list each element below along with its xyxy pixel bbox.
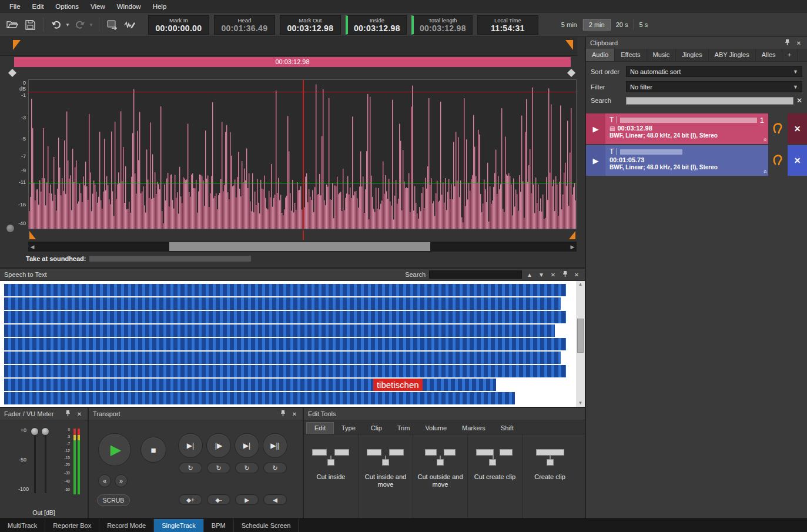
search-prev-icon[interactable]: ▲ bbox=[525, 272, 534, 278]
close-icon[interactable]: ✕ bbox=[290, 411, 299, 417]
zoom-2min-button[interactable]: 2 min bbox=[583, 19, 611, 31]
tab-type[interactable]: Type bbox=[334, 423, 363, 434]
item-play-button[interactable]: ▶ bbox=[586, 145, 605, 176]
menu-help[interactable]: Help bbox=[147, 0, 173, 13]
fader-track-left[interactable] bbox=[34, 430, 36, 493]
play-pause-button[interactable]: ▶|| bbox=[263, 433, 287, 458]
tab-audio[interactable]: Audio bbox=[586, 49, 615, 61]
waveform-plot[interactable] bbox=[28, 79, 577, 229]
tab-clip[interactable]: Clip bbox=[363, 423, 390, 434]
pin-icon[interactable] bbox=[561, 270, 569, 279]
selection-overview-bar[interactable]: 00:03:12.98 bbox=[14, 57, 571, 67]
tab-bpm[interactable]: BPM bbox=[204, 519, 234, 532]
zoom-5min-button[interactable]: 5 min bbox=[556, 19, 583, 30]
item-delete-button[interactable]: ✕ bbox=[788, 145, 807, 176]
tab-schedule-screen[interactable]: Schedule Screen bbox=[234, 519, 299, 532]
prev-marker-button[interactable]: ◀ bbox=[263, 494, 287, 505]
save-icon[interactable] bbox=[22, 17, 38, 32]
fader-track-right[interactable] bbox=[45, 430, 46, 493]
sort-order-select[interactable]: No automatic sort ▼ bbox=[626, 66, 802, 77]
search-clear-icon[interactable]: ✕ bbox=[796, 96, 802, 105]
loop-button-4[interactable]: ↻ bbox=[263, 463, 287, 473]
playhead-cursor[interactable] bbox=[303, 80, 304, 229]
undo-dropdown-icon[interactable]: ▼ bbox=[65, 22, 70, 28]
clipboard-item[interactable]: ▶ T 00:01:05.73 BWF, Linear; 48.0 kHz, 2… bbox=[586, 145, 807, 176]
item-delete-button[interactable]: ✕ bbox=[788, 113, 807, 144]
loop-button-2[interactable]: ↻ bbox=[207, 463, 230, 473]
scroll-thumb[interactable] bbox=[169, 242, 430, 251]
create-clip-button[interactable]: Create clip bbox=[523, 434, 577, 518]
highlighted-word[interactable]: tibetischen bbox=[373, 379, 423, 391]
tab-markers[interactable]: Markers bbox=[454, 423, 493, 434]
waveform-hscrollbar[interactable]: ◀ ▶ bbox=[28, 242, 577, 252]
overview-ruler[interactable] bbox=[0, 37, 577, 56]
loop-button-3[interactable]: ↻ bbox=[235, 463, 259, 473]
menu-file[interactable]: File bbox=[4, 0, 26, 13]
tab-music[interactable]: Music bbox=[647, 49, 677, 61]
stop-button[interactable]: ■ bbox=[140, 437, 166, 463]
remove-marker-button[interactable]: ◆- bbox=[207, 494, 230, 505]
tab-effects[interactable]: Effects bbox=[615, 49, 647, 61]
waveform-edit-icon[interactable] bbox=[122, 17, 138, 32]
stt-transcript[interactable]: tibetischen ▲ ▼ bbox=[0, 281, 585, 407]
menu-options[interactable]: Options bbox=[49, 0, 85, 13]
scroll-track[interactable] bbox=[36, 242, 568, 252]
pin-icon[interactable] bbox=[63, 410, 72, 418]
mark-out-bottom-flag-icon[interactable] bbox=[569, 231, 575, 239]
menu-view[interactable]: View bbox=[85, 0, 111, 13]
open-folder-icon[interactable] bbox=[5, 17, 20, 32]
right-handle-icon[interactable] bbox=[567, 69, 575, 77]
tab-aby-jingles[interactable]: ABY Jingles bbox=[709, 49, 756, 61]
menu-edit[interactable]: Edit bbox=[26, 0, 50, 13]
tab-multitrack[interactable]: MultiTrack bbox=[0, 519, 45, 532]
tab-singletrack[interactable]: SingleTrack bbox=[154, 519, 204, 532]
stt-vscrollbar[interactable]: ▲ ▼ bbox=[576, 281, 585, 407]
play-button[interactable]: ▶ bbox=[98, 433, 131, 466]
skip-back-button[interactable]: « bbox=[98, 474, 111, 487]
tab-jingles[interactable]: Jingles bbox=[676, 49, 708, 61]
scroll-down-icon[interactable]: ▼ bbox=[578, 400, 583, 407]
scroll-up-icon[interactable]: ▲ bbox=[578, 281, 583, 288]
clipboard-item[interactable]: ▶ T 1 ▤ 00:03:12.98 BWF, Linear; 48.0 k bbox=[586, 113, 807, 144]
scrub-button[interactable]: SCRUB bbox=[97, 494, 130, 506]
scroll-thumb[interactable] bbox=[577, 319, 584, 353]
tab-alles[interactable]: Alles bbox=[756, 49, 782, 61]
stt-search-input[interactable] bbox=[429, 270, 522, 279]
add-tab-button[interactable]: + bbox=[782, 49, 798, 61]
item-play-button[interactable]: ▶ bbox=[586, 113, 605, 144]
cut-inside-button[interactable]: Cut inside bbox=[304, 434, 359, 518]
tab-edit[interactable]: Edit bbox=[306, 422, 334, 434]
close-icon[interactable]: ✕ bbox=[795, 40, 803, 46]
redo-dropdown-icon[interactable]: ▼ bbox=[89, 22, 93, 28]
playhead-marker[interactable] bbox=[303, 230, 304, 240]
search-next-icon[interactable]: ▼ bbox=[537, 272, 545, 278]
pin-icon[interactable] bbox=[279, 410, 287, 418]
mark-in-flag-icon[interactable] bbox=[13, 40, 21, 50]
fader-knob-left[interactable] bbox=[31, 427, 39, 436]
close-icon[interactable]: ✕ bbox=[75, 411, 83, 417]
tab-reporter-box[interactable]: Reporter Box bbox=[45, 519, 99, 532]
fader-knob-right[interactable] bbox=[41, 427, 49, 436]
gain-knob[interactable] bbox=[6, 224, 15, 233]
item-body[interactable]: T 1 ▤ 00:03:12.98 BWF, Linear; 48.0 kHz,… bbox=[605, 113, 768, 144]
zoom-20s-button[interactable]: 20 s bbox=[611, 19, 634, 30]
collapse-chevrons-icon[interactable]: » bbox=[761, 170, 768, 173]
undo-icon[interactable] bbox=[49, 17, 64, 32]
item-body[interactable]: T 00:01:05.73 BWF, Linear; 48.0 kHz, 24 … bbox=[605, 145, 768, 176]
export-take-icon[interactable] bbox=[105, 17, 120, 32]
play-from-cursor-button[interactable]: |▶ bbox=[206, 433, 231, 458]
search-clear-icon[interactable]: ✕ bbox=[549, 272, 557, 278]
redo-icon[interactable] bbox=[72, 17, 88, 32]
scroll-left-icon[interactable]: ◀ bbox=[28, 244, 36, 250]
prelisten-ear-button[interactable] bbox=[768, 113, 788, 144]
menu-window[interactable]: Window bbox=[111, 0, 147, 13]
prelisten-ear-button[interactable] bbox=[768, 145, 788, 176]
skip-forward-button[interactable]: » bbox=[115, 474, 128, 487]
next-marker-button[interactable]: ▶ bbox=[235, 494, 259, 505]
tab-trim[interactable]: Trim bbox=[390, 423, 418, 434]
cut-outside-move-button[interactable]: Cut outside and move bbox=[413, 434, 468, 518]
mark-out-flag-icon[interactable] bbox=[565, 40, 573, 50]
mark-in-bottom-flag-icon[interactable] bbox=[29, 231, 36, 239]
filter-select[interactable]: No filter ▼ bbox=[626, 81, 802, 92]
play-to-mark-button[interactable]: ▶| bbox=[235, 433, 259, 458]
